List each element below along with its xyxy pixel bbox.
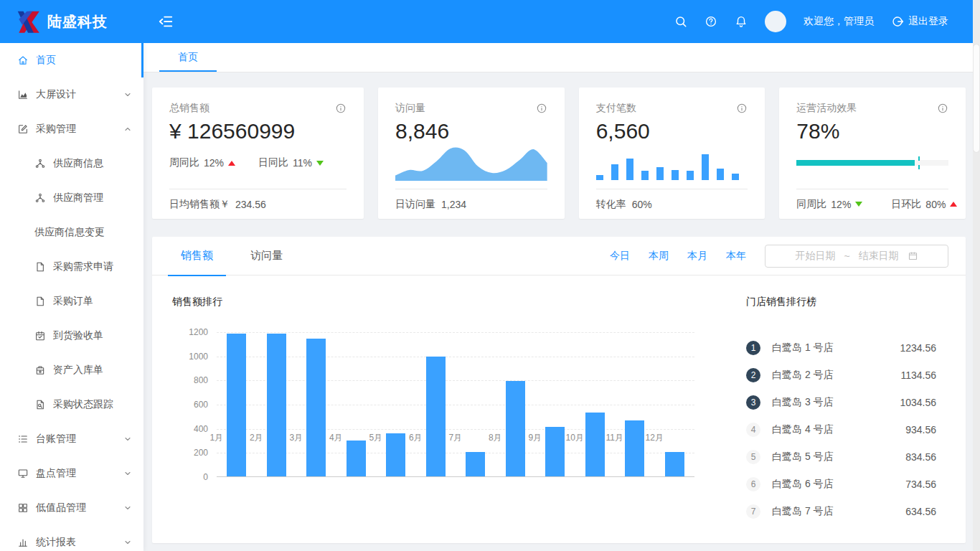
sidebar-item-stocktake-management[interactable]: 盘点管理 — [0, 456, 143, 491]
home-icon — [17, 55, 29, 66]
store-sales-value: 1034.56 — [900, 397, 936, 408]
x-tick-label: 10月 — [555, 432, 595, 444]
chevron-down-icon — [123, 469, 132, 478]
month-bar — [625, 420, 644, 476]
y-tick-label: 1200 — [172, 327, 208, 337]
caret-down-icon — [855, 202, 862, 207]
y-tick-label: 800 — [172, 375, 208, 385]
mini-bar — [672, 170, 679, 180]
sidebar-item-supplier-manage[interactable]: 供应商管理 — [0, 181, 143, 215]
sidebar-item-low-value-management[interactable]: 低值品管理 — [0, 491, 143, 525]
sidebar-item-purchase-tracking[interactable]: 采购状态跟踪 — [0, 387, 143, 422]
store-name: 白鹭岛 5 号店 — [772, 451, 834, 463]
help-icon[interactable] — [705, 15, 717, 28]
rank-badge: 5 — [746, 450, 760, 464]
user-avatar[interactable] — [765, 11, 786, 32]
info-icon[interactable] — [335, 103, 347, 114]
filter-this-month[interactable]: 本月 — [687, 250, 707, 263]
sidebar-item-label: 低值品管理 — [36, 501, 86, 514]
list-icon — [17, 433, 29, 445]
sidebar-item-label: 台账管理 — [36, 433, 76, 446]
card-title: 运营活动效果 — [796, 102, 857, 115]
activity-progress-bar — [796, 160, 948, 166]
sidebar-item-purchase-order[interactable]: 采购订单 — [0, 284, 143, 319]
info-icon[interactable] — [937, 103, 948, 114]
sidebar-item-label: 到货验收单 — [53, 329, 103, 342]
sidebar-item-asset-inbound[interactable]: 资产入库单 — [0, 353, 143, 387]
x-tick-label: 9月 — [515, 432, 555, 444]
x-tick-label: 6月 — [396, 432, 436, 444]
mini-bar — [702, 154, 709, 180]
sidebar-item-purchase-management[interactable]: 采购管理 — [0, 112, 143, 146]
filter-today[interactable]: 今日 — [610, 250, 630, 263]
scrollbar-thumb[interactable] — [974, 44, 979, 152]
trend-周同比: 周同比12% — [169, 156, 235, 169]
ranking-row: 1白鹭岛 1 号店1234.56 — [746, 334, 936, 362]
store-name: 白鹭岛 4 号店 — [772, 423, 834, 436]
sidebar-item-supplier-info[interactable]: 供应商信息 — [0, 146, 143, 181]
notification-bell-icon[interactable] — [735, 15, 748, 28]
welcome-text: 欢迎您，管理员 — [804, 15, 874, 28]
store-ranking-list: 1白鹭岛 1 号店1234.562白鹭岛 2 号店1134.563白鹭岛 3 号… — [746, 334, 936, 525]
mini-bar — [596, 175, 603, 180]
menu-fold-icon[interactable] — [158, 14, 174, 29]
stat-card-visits: 访问量8,846日访问量1,234 — [378, 88, 565, 219]
y-tick-label: 0 — [172, 472, 208, 482]
sidebar-item-label: 盘点管理 — [36, 467, 76, 480]
caret-down-icon — [316, 161, 324, 166]
sidebar-item-purchase-request[interactable]: 采购需求申请 — [0, 250, 143, 284]
stat-card-activity-effect: 运营活动效果78%同周比12%日环比80% — [779, 88, 966, 219]
chevron-down-icon — [123, 504, 132, 512]
filter-this-week[interactable]: 本周 — [649, 250, 669, 263]
card-value: 6,560 — [596, 118, 748, 145]
sidebar-item-home[interactable]: 首页 — [0, 43, 143, 77]
mini-bar — [656, 167, 664, 180]
panel-body: 销售额排行 门店销售排行榜 120010008006004002000 1月2月… — [152, 276, 966, 542]
company-logo-icon — [14, 8, 42, 35]
trend-日同比: 日同比11% — [258, 156, 324, 169]
month-bar — [585, 413, 605, 476]
chevron-down-icon — [123, 538, 132, 547]
chevron-down-icon — [123, 435, 132, 443]
month-bar — [306, 339, 326, 476]
card-footer-value: 60% — [632, 199, 652, 210]
sidebar-item-arrival-inspection[interactable]: 到货验收单 — [0, 319, 143, 353]
ranking-row: 5白鹭岛 5 号店834.56 — [746, 443, 936, 471]
mini-bar — [641, 171, 649, 180]
chart-plot-area — [217, 332, 694, 477]
x-tick-label: 12月 — [635, 432, 675, 444]
area-chart-icon — [17, 89, 29, 100]
logout-button[interactable]: 退出登录 — [891, 15, 948, 28]
x-tick-label: 3月 — [276, 432, 316, 444]
card-value: 8,846 — [395, 118, 547, 145]
info-icon[interactable] — [736, 103, 748, 114]
search-icon[interactable] — [674, 15, 687, 28]
x-tick-label: 7月 — [435, 432, 476, 444]
sidebar-item-supplier-info-change[interactable]: 供应商信息变更 — [0, 215, 143, 250]
sidebar-item-label: 供应商管理 — [53, 192, 103, 204]
store-sales-value: 1134.56 — [900, 369, 936, 381]
mini-bar — [626, 159, 633, 180]
card-footer-label: 转化率 — [596, 198, 626, 211]
sidebar-item-label: 统计报表 — [36, 536, 76, 549]
panel-header: 销售额 访问量 今日 本周 本月 本年 开始日期 ~ 结束日期 — [152, 237, 966, 276]
ranking-row: 7白鹭岛 7 号店634.56 — [746, 498, 936, 525]
date-range-picker[interactable]: 开始日期 ~ 结束日期 — [765, 245, 948, 268]
filter-this-year[interactable]: 本年 — [726, 250, 746, 263]
tab-sales[interactable]: 销售额 — [178, 237, 216, 276]
page-tab-home[interactable]: 首页 — [159, 43, 217, 72]
tab-visits[interactable]: 访问量 — [248, 237, 286, 276]
sidebar-item-screen-design[interactable]: 大屏设计 — [0, 77, 143, 112]
store-name: 白鹭岛 6 号店 — [772, 478, 834, 491]
sidebar-item-ledger-management[interactable]: 台账管理 — [0, 422, 143, 456]
info-icon[interactable] — [536, 103, 547, 114]
mini-bar — [611, 164, 618, 180]
card-footer-value: 1,234 — [441, 199, 466, 210]
monitor-icon — [17, 468, 29, 479]
sidebar-item-statistics-report[interactable]: 统计报表 — [0, 525, 143, 551]
edit-square-icon — [17, 123, 29, 135]
rank-badge: 2 — [746, 368, 760, 382]
card-footer-value: 234.56 — [235, 199, 266, 210]
date-separator: ~ — [844, 250, 849, 262]
mini-bar — [687, 171, 694, 180]
